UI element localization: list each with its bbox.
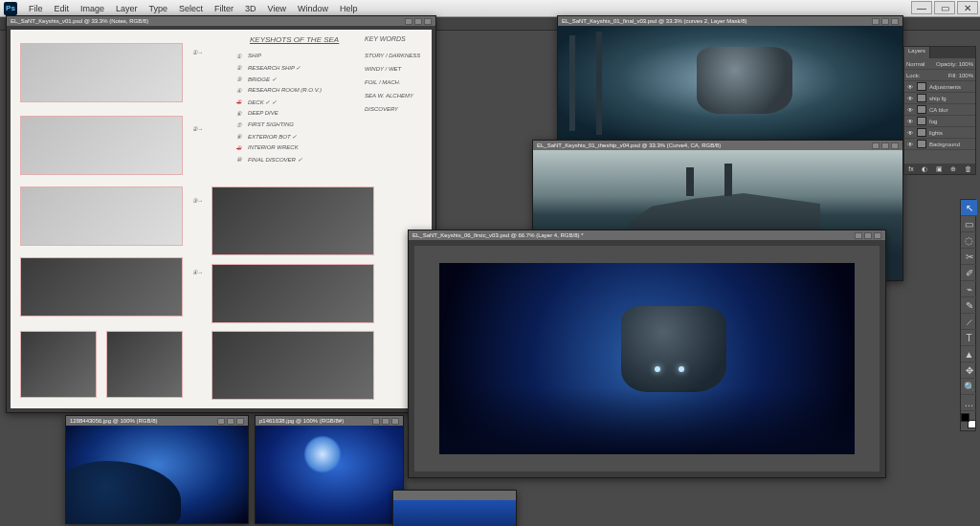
layer-name[interactable]: Adjustments [929,84,961,90]
menu-file[interactable]: File [23,4,49,13]
eye-icon[interactable]: 👁 [906,84,914,90]
menu-filter[interactable]: Filter [209,4,239,13]
doc-close-icon[interactable] [874,232,881,239]
minimize-button[interactable]: — [911,1,932,14]
clone-tool-icon[interactable]: ⟋ [961,314,977,330]
storyboard-heading: KEYSHOTS OF THE SEA [250,35,339,44]
doc-max-icon[interactable] [864,232,872,239]
eye-icon[interactable]: 👁 [906,96,914,101]
doc-submersible[interactable]: EL_SaNT_Keyshts_01_final_v03.psd @ 33.3%… [557,15,903,143]
doc-storyboard-titlebar[interactable]: EL_SaNT_Keyshts_v01.psd @ 33.3% (Notes, … [7,16,435,26]
menu-image[interactable]: Image [75,4,110,13]
layer-row[interactable]: 👁CA blur [904,104,975,116]
layer-row[interactable]: 👁fog [904,116,975,127]
layer-row[interactable]: 👁Background [904,139,975,150]
list-item: SHIP [248,53,261,58]
doc-submersible-titlebar[interactable]: EL_SaNT_Keyshts_01_final_v03.psd @ 33.3%… [558,16,902,26]
eye-icon[interactable]: 👁 [906,119,914,124]
doc-close-icon[interactable] [891,18,899,25]
doc-ship-title: EL_SaNT_Keyshts_01_theship_v04.psd @ 33.… [537,142,721,148]
move-tool-icon[interactable]: ↖ [961,200,977,216]
eyedropper-tool-icon[interactable]: ✐ [961,265,977,281]
eye-icon[interactable]: 👁 [906,130,914,136]
blend-mode[interactable]: Normal [906,61,924,67]
menu-window[interactable]: Window [292,4,334,13]
doc-max-icon[interactable] [881,18,889,25]
layer-row[interactable]: 👁ship fg [904,93,975,104]
eye-icon[interactable]: 👁 [906,142,914,147]
doc-min-icon[interactable] [217,418,225,425]
menu-3d[interactable]: 3D [239,4,262,13]
doc-close-icon[interactable] [236,418,244,425]
doc-min-icon[interactable] [872,142,880,149]
folder-icon[interactable]: ▣ [936,165,943,173]
doc-ref3-titlebar[interactable] [393,491,516,500]
tool-palette[interactable]: ↖ ▭ ◌ ✂ ✐ ⌁ ✎ ⟋ T ▲ ✥ 🔍 … [960,199,976,431]
list-item: DEEP DIVE [248,110,278,116]
layer-name[interactable]: lights [929,130,943,136]
layer-row[interactable]: 👁Adjustments [904,81,975,93]
crop-tool-icon[interactable]: ✂ [961,249,977,265]
layers-footer: fx ◐ ▣ ⊕ 🗑 [904,164,975,174]
doc-ref2[interactable]: p1461638.jpg @ 100% (RGB/8#) [255,415,404,524]
shape-tool-icon[interactable]: ▲ [961,346,977,362]
doc-min-icon[interactable] [405,18,412,25]
layer-name[interactable]: fog [929,119,937,124]
layer-thumb [917,105,926,114]
marquee-tool-icon[interactable]: ▭ [961,216,977,232]
doc-min-icon[interactable] [872,18,880,25]
mask-icon[interactable]: ◐ [922,165,927,173]
doc-deepsea[interactable]: EL_SaNT_Keyshts_06_firstc_v03.psd @ 66.7… [408,230,886,478]
maximize-button[interactable]: ▭ [934,1,955,14]
menu-type[interactable]: Type [144,4,174,13]
fg-color-swatch[interactable] [961,413,969,422]
doc-close-icon[interactable] [891,142,899,149]
keyword: DISCOVERY [365,106,398,112]
brush-tool-icon[interactable]: ✎ [961,297,977,314]
doc-ref2-title: p1461638.jpg @ 100% (RGB/8#) [259,418,344,424]
hand-tool-icon[interactable]: ✥ [961,362,977,379]
fx-icon[interactable]: fx [908,165,913,172]
layers-blend-row[interactable]: Normal Opacity: 100% [904,58,975,70]
doc-deepsea-titlebar[interactable]: EL_SaNT_Keyshts_06_firstc_v03.psd @ 66.7… [409,230,885,240]
menu-help[interactable]: Help [334,4,364,13]
menu-layer[interactable]: Layer [110,4,144,13]
doc-max-icon[interactable] [227,418,234,425]
layer-name[interactable]: Background [929,142,960,147]
layers-panel[interactable]: Layers Normal Opacity: 100% Lock: Fill: … [903,46,976,175]
doc-storyboard-canvas[interactable]: KEYSHOTS OF THE SEA KEY WORDS ①SHIP ②RES… [7,26,435,412]
doc-min-icon[interactable] [372,418,380,425]
doc-close-icon[interactable] [424,18,432,25]
zoom-tool-icon[interactable]: 🔍 [961,379,977,395]
doc-ref1[interactable]: 1288443056.jpg @ 100% (RGB/8) [65,415,249,524]
doc-ship-titlebar[interactable]: EL_SaNT_Keyshts_01_theship_v04.psd @ 33.… [533,141,902,150]
eye-icon[interactable]: 👁 [906,107,914,113]
color-swatches[interactable] [961,413,976,428]
menu-select[interactable]: Select [173,4,209,13]
doc-max-icon[interactable] [414,18,422,25]
doc-ref1-titlebar[interactable]: 1288443056.jpg @ 100% (RGB/8) [66,416,248,426]
heal-tool-icon[interactable]: ⌁ [961,281,977,297]
trash-icon[interactable]: 🗑 [965,165,971,172]
fill-label[interactable]: Fill: 100% [948,73,973,78]
lasso-tool-icon[interactable]: ◌ [961,232,977,249]
doc-ref2-titlebar[interactable]: p1461638.jpg @ 100% (RGB/8#) [256,416,403,426]
doc-max-icon[interactable] [881,142,889,149]
layer-row[interactable]: 👁lights [904,127,975,139]
layer-name[interactable]: CA blur [929,107,948,113]
new-layer-icon[interactable]: ⊕ [950,165,956,173]
layer-name[interactable]: ship fg [929,96,947,101]
doc-storyboard[interactable]: EL_SaNT_Keyshts_v01.psd @ 33.3% (Notes, … [6,15,436,413]
menu-view[interactable]: View [262,4,292,13]
tab-layers[interactable]: Layers [904,47,930,58]
doc-close-icon[interactable] [391,418,399,425]
type-tool-icon[interactable]: T [961,330,977,346]
doc-ref1-title: 1288443056.jpg @ 100% (RGB/8) [70,418,157,424]
more-tools-icon[interactable]: … [961,395,977,411]
opacity-label[interactable]: Opacity: 100% [936,61,973,67]
close-button[interactable]: ✕ [957,1,978,14]
doc-ref3[interactable] [392,490,517,526]
doc-min-icon[interactable] [855,232,862,239]
doc-max-icon[interactable] [382,418,390,425]
menu-edit[interactable]: Edit [49,4,76,13]
